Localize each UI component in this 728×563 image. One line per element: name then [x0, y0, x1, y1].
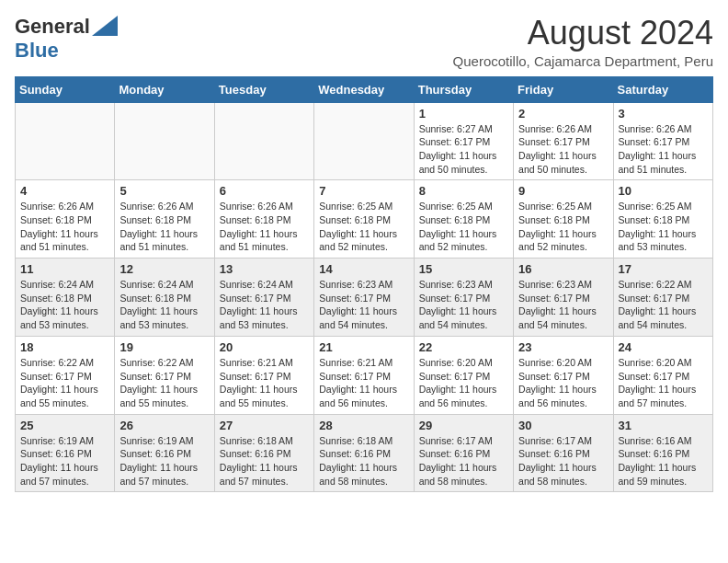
day-number: 31	[619, 419, 708, 432]
page-header: General Blue August 2024 Querocotillo, C…	[15, 15, 713, 69]
calendar-week-row: 18Sunrise: 6:22 AMSunset: 6:17 PMDayligh…	[16, 336, 713, 414]
calendar-cell: 28Sunrise: 6:18 AMSunset: 6:16 PMDayligh…	[314, 414, 414, 492]
day-detail: Sunrise: 6:23 AMSunset: 6:17 PMDaylight:…	[419, 278, 508, 332]
day-detail: Sunrise: 6:17 AMSunset: 6:16 PMDaylight:…	[419, 434, 508, 488]
day-detail: Sunrise: 6:22 AMSunset: 6:17 PMDaylight:…	[20, 356, 109, 410]
calendar-cell: 31Sunrise: 6:16 AMSunset: 6:16 PMDayligh…	[613, 414, 712, 492]
day-number: 10	[619, 184, 708, 198]
calendar-header-row: SundayMondayTuesdayWednesdayThursdayFrid…	[16, 76, 713, 102]
day-number: 2	[518, 107, 608, 121]
calendar-week-row: 25Sunrise: 6:19 AMSunset: 6:16 PMDayligh…	[16, 414, 713, 492]
day-number: 7	[319, 184, 408, 198]
calendar-cell: 20Sunrise: 6:21 AMSunset: 6:17 PMDayligh…	[214, 336, 313, 414]
calendar-cell: 4Sunrise: 6:26 AMSunset: 6:18 PMDaylight…	[16, 180, 115, 259]
day-detail: Sunrise: 6:27 AMSunset: 6:17 PMDaylight:…	[419, 122, 508, 177]
calendar-cell	[314, 102, 414, 180]
calendar-week-row: 1Sunrise: 6:27 AMSunset: 6:17 PMDaylight…	[16, 102, 713, 180]
column-header-monday: Monday	[115, 76, 214, 102]
calendar-week-row: 4Sunrise: 6:26 AMSunset: 6:18 PMDaylight…	[16, 180, 713, 259]
day-detail: Sunrise: 6:26 AMSunset: 6:18 PMDaylight:…	[220, 200, 309, 254]
logo-blue-text: Blue	[15, 39, 59, 62]
day-number: 3	[619, 107, 708, 121]
day-detail: Sunrise: 6:21 AMSunset: 6:17 PMDaylight:…	[220, 356, 309, 410]
day-number: 14	[319, 262, 408, 276]
day-detail: Sunrise: 6:18 AMSunset: 6:16 PMDaylight:…	[220, 434, 309, 488]
day-detail: Sunrise: 6:21 AMSunset: 6:17 PMDaylight:…	[319, 356, 408, 410]
day-detail: Sunrise: 6:17 AMSunset: 6:16 PMDaylight:…	[518, 434, 608, 488]
logo: General Blue	[15, 15, 118, 63]
calendar-cell: 30Sunrise: 6:17 AMSunset: 6:16 PMDayligh…	[514, 414, 613, 492]
day-number: 18	[20, 340, 109, 354]
day-detail: Sunrise: 6:24 AMSunset: 6:17 PMDaylight:…	[220, 278, 309, 332]
day-number: 27	[220, 419, 309, 432]
calendar-cell	[16, 102, 115, 180]
day-detail: Sunrise: 6:24 AMSunset: 6:18 PMDaylight:…	[119, 278, 209, 332]
day-number: 20	[220, 340, 309, 354]
day-number: 11	[20, 262, 109, 276]
day-detail: Sunrise: 6:25 AMSunset: 6:18 PMDaylight:…	[419, 200, 508, 254]
day-detail: Sunrise: 6:19 AMSunset: 6:16 PMDaylight:…	[20, 434, 109, 488]
svg-marker-0	[92, 16, 118, 36]
day-detail: Sunrise: 6:20 AMSunset: 6:17 PMDaylight:…	[619, 356, 708, 410]
day-number: 8	[419, 184, 508, 198]
day-detail: Sunrise: 6:26 AMSunset: 6:17 PMDaylight:…	[518, 122, 608, 177]
day-detail: Sunrise: 6:19 AMSunset: 6:16 PMDaylight:…	[119, 434, 209, 488]
calendar-cell: 25Sunrise: 6:19 AMSunset: 6:16 PMDayligh…	[16, 414, 115, 492]
title-area: August 2024 Querocotillo, Cajamarca Depa…	[453, 15, 713, 69]
day-number: 24	[619, 340, 708, 354]
day-number: 29	[419, 419, 508, 432]
day-number: 13	[220, 262, 309, 276]
day-number: 22	[419, 340, 508, 354]
day-number: 15	[419, 262, 508, 276]
calendar-cell: 17Sunrise: 6:22 AMSunset: 6:17 PMDayligh…	[613, 259, 712, 337]
calendar-cell: 22Sunrise: 6:20 AMSunset: 6:17 PMDayligh…	[414, 336, 513, 414]
column-header-wednesday: Wednesday	[314, 76, 414, 102]
calendar-cell: 15Sunrise: 6:23 AMSunset: 6:17 PMDayligh…	[414, 259, 513, 337]
day-number: 30	[518, 419, 608, 432]
calendar-cell	[214, 102, 313, 180]
day-number: 4	[20, 184, 109, 198]
day-detail: Sunrise: 6:23 AMSunset: 6:17 PMDaylight:…	[518, 278, 608, 332]
day-detail: Sunrise: 6:26 AMSunset: 6:18 PMDaylight:…	[119, 200, 209, 254]
calendar-cell: 3Sunrise: 6:26 AMSunset: 6:17 PMDaylight…	[613, 102, 712, 180]
day-number: 17	[619, 262, 708, 276]
day-number: 9	[518, 184, 608, 198]
calendar-cell: 19Sunrise: 6:22 AMSunset: 6:17 PMDayligh…	[115, 336, 214, 414]
day-detail: Sunrise: 6:25 AMSunset: 6:18 PMDaylight:…	[518, 200, 608, 254]
day-detail: Sunrise: 6:22 AMSunset: 6:17 PMDaylight:…	[619, 278, 708, 332]
calendar-table: SundayMondayTuesdayWednesdayThursdayFrid…	[15, 76, 713, 493]
logo-general-text: General	[15, 15, 90, 39]
calendar-cell: 16Sunrise: 6:23 AMSunset: 6:17 PMDayligh…	[514, 259, 613, 337]
calendar-cell	[115, 102, 214, 180]
calendar-cell: 8Sunrise: 6:25 AMSunset: 6:18 PMDaylight…	[414, 180, 513, 259]
calendar-cell: 23Sunrise: 6:20 AMSunset: 6:17 PMDayligh…	[514, 336, 613, 414]
month-title: August 2024	[453, 15, 713, 52]
day-detail: Sunrise: 6:20 AMSunset: 6:17 PMDaylight:…	[419, 356, 508, 410]
calendar-cell: 6Sunrise: 6:26 AMSunset: 6:18 PMDaylight…	[214, 180, 313, 259]
calendar-cell: 1Sunrise: 6:27 AMSunset: 6:17 PMDaylight…	[414, 102, 513, 180]
calendar-week-row: 11Sunrise: 6:24 AMSunset: 6:18 PMDayligh…	[16, 259, 713, 337]
calendar-cell: 10Sunrise: 6:25 AMSunset: 6:18 PMDayligh…	[613, 180, 712, 259]
calendar-cell: 9Sunrise: 6:25 AMSunset: 6:18 PMDaylight…	[514, 180, 613, 259]
calendar-cell: 2Sunrise: 6:26 AMSunset: 6:17 PMDaylight…	[514, 102, 613, 180]
calendar-cell: 13Sunrise: 6:24 AMSunset: 6:17 PMDayligh…	[214, 259, 313, 337]
calendar-cell: 11Sunrise: 6:24 AMSunset: 6:18 PMDayligh…	[16, 259, 115, 337]
day-detail: Sunrise: 6:23 AMSunset: 6:17 PMDaylight:…	[319, 278, 408, 332]
column-header-tuesday: Tuesday	[214, 76, 313, 102]
column-header-saturday: Saturday	[613, 76, 712, 102]
calendar-cell: 14Sunrise: 6:23 AMSunset: 6:17 PMDayligh…	[314, 259, 414, 337]
day-detail: Sunrise: 6:20 AMSunset: 6:17 PMDaylight:…	[518, 356, 608, 410]
calendar-cell: 29Sunrise: 6:17 AMSunset: 6:16 PMDayligh…	[414, 414, 513, 492]
calendar-cell: 7Sunrise: 6:25 AMSunset: 6:18 PMDaylight…	[314, 180, 414, 259]
calendar-cell: 5Sunrise: 6:26 AMSunset: 6:18 PMDaylight…	[115, 180, 214, 259]
calendar-cell: 27Sunrise: 6:18 AMSunset: 6:16 PMDayligh…	[214, 414, 313, 492]
calendar-cell: 24Sunrise: 6:20 AMSunset: 6:17 PMDayligh…	[613, 336, 712, 414]
day-number: 23	[518, 340, 608, 354]
day-number: 21	[319, 340, 408, 354]
location-subtitle: Querocotillo, Cajamarca Department, Peru	[453, 53, 713, 69]
day-detail: Sunrise: 6:22 AMSunset: 6:17 PMDaylight:…	[119, 356, 209, 410]
day-number: 5	[119, 184, 209, 198]
day-number: 19	[119, 340, 209, 354]
day-detail: Sunrise: 6:26 AMSunset: 6:17 PMDaylight:…	[619, 122, 708, 177]
day-number: 12	[119, 262, 209, 276]
